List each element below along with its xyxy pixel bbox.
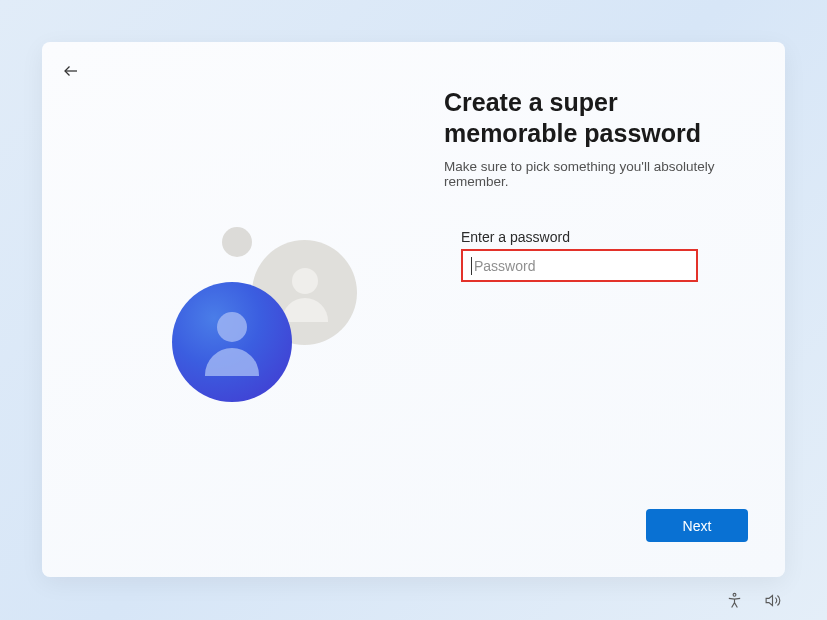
primary-avatar (172, 282, 292, 402)
password-input-wrap[interactable] (461, 249, 698, 282)
next-button[interactable]: Next (646, 509, 748, 542)
password-input[interactable] (474, 258, 688, 274)
small-circle-decor (222, 227, 252, 257)
setup-card: Create a super memorable password Make s… (42, 42, 785, 577)
user-illustration (137, 227, 367, 457)
volume-icon (764, 592, 781, 609)
svg-marker-2 (766, 595, 772, 605)
bottom-toolbar (725, 591, 781, 609)
volume-button[interactable] (763, 591, 781, 609)
password-label: Enter a password (461, 229, 745, 245)
svg-point-1 (733, 593, 736, 596)
illustration-pane (42, 42, 442, 577)
text-caret (471, 257, 472, 275)
accessibility-icon (726, 592, 743, 609)
page-subtitle: Make sure to pick something you'll absol… (444, 159, 745, 189)
accessibility-button[interactable] (725, 591, 743, 609)
page-title: Create a super memorable password (444, 87, 734, 148)
form-pane: Create a super memorable password Make s… (442, 42, 785, 577)
